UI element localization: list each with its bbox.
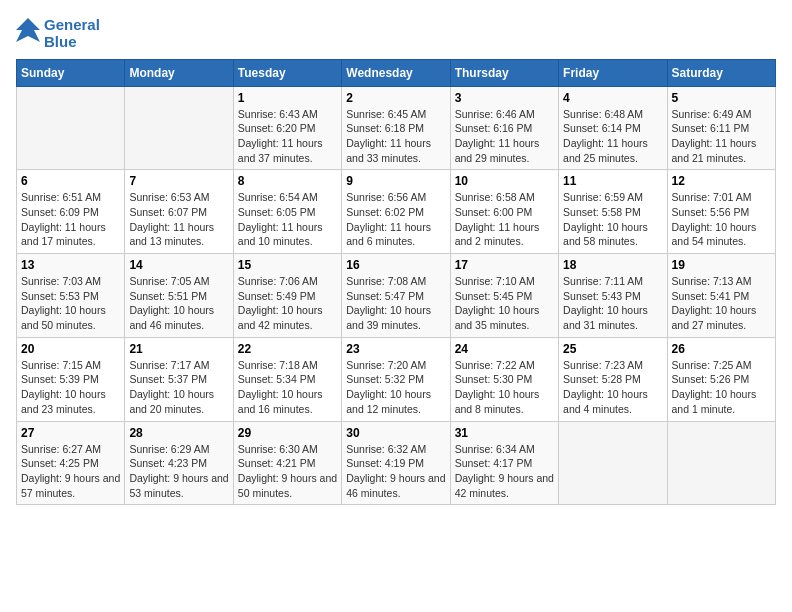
col-header-wednesday: Wednesday <box>342 59 450 86</box>
day-number: 14 <box>129 258 228 272</box>
calendar-table: SundayMondayTuesdayWednesdayThursdayFrid… <box>16 59 776 506</box>
calendar-cell: 7Sunrise: 6:53 AMSunset: 6:07 PMDaylight… <box>125 170 233 254</box>
calendar-week-1: 1Sunrise: 6:43 AMSunset: 6:20 PMDaylight… <box>17 86 776 170</box>
day-number: 10 <box>455 174 554 188</box>
calendar-cell: 5Sunrise: 6:49 AMSunset: 6:11 PMDaylight… <box>667 86 775 170</box>
logo-svg-container: General Blue <box>16 16 100 51</box>
calendar-cell: 4Sunrise: 6:48 AMSunset: 6:14 PMDaylight… <box>559 86 667 170</box>
day-info: Sunrise: 6:56 AMSunset: 6:02 PMDaylight:… <box>346 190 445 249</box>
col-header-friday: Friday <box>559 59 667 86</box>
calendar-cell: 26Sunrise: 7:25 AMSunset: 5:26 PMDayligh… <box>667 337 775 421</box>
day-info: Sunrise: 7:05 AMSunset: 5:51 PMDaylight:… <box>129 274 228 333</box>
day-number: 31 <box>455 426 554 440</box>
calendar-cell: 18Sunrise: 7:11 AMSunset: 5:43 PMDayligh… <box>559 254 667 338</box>
col-header-saturday: Saturday <box>667 59 775 86</box>
day-number: 29 <box>238 426 337 440</box>
calendar-week-2: 6Sunrise: 6:51 AMSunset: 6:09 PMDaylight… <box>17 170 776 254</box>
calendar-cell: 2Sunrise: 6:45 AMSunset: 6:18 PMDaylight… <box>342 86 450 170</box>
calendar-cell: 22Sunrise: 7:18 AMSunset: 5:34 PMDayligh… <box>233 337 341 421</box>
day-info: Sunrise: 7:15 AMSunset: 5:39 PMDaylight:… <box>21 358 120 417</box>
col-header-sunday: Sunday <box>17 59 125 86</box>
calendar-cell <box>667 421 775 505</box>
day-number: 16 <box>346 258 445 272</box>
day-info: Sunrise: 6:29 AMSunset: 4:23 PMDaylight:… <box>129 442 228 501</box>
calendar-cell <box>125 86 233 170</box>
calendar-header-row: SundayMondayTuesdayWednesdayThursdayFrid… <box>17 59 776 86</box>
day-info: Sunrise: 6:45 AMSunset: 6:18 PMDaylight:… <box>346 107 445 166</box>
day-number: 22 <box>238 342 337 356</box>
day-number: 15 <box>238 258 337 272</box>
calendar-week-4: 20Sunrise: 7:15 AMSunset: 5:39 PMDayligh… <box>17 337 776 421</box>
calendar-week-3: 13Sunrise: 7:03 AMSunset: 5:53 PMDayligh… <box>17 254 776 338</box>
day-number: 19 <box>672 258 771 272</box>
day-number: 1 <box>238 91 337 105</box>
day-info: Sunrise: 7:01 AMSunset: 5:56 PMDaylight:… <box>672 190 771 249</box>
calendar-cell: 10Sunrise: 6:58 AMSunset: 6:00 PMDayligh… <box>450 170 558 254</box>
logo: General Blue <box>16 16 100 51</box>
day-info: Sunrise: 6:54 AMSunset: 6:05 PMDaylight:… <box>238 190 337 249</box>
day-number: 7 <box>129 174 228 188</box>
day-info: Sunrise: 7:25 AMSunset: 5:26 PMDaylight:… <box>672 358 771 417</box>
logo-text: General Blue <box>44 16 100 51</box>
calendar-cell: 9Sunrise: 6:56 AMSunset: 6:02 PMDaylight… <box>342 170 450 254</box>
day-info: Sunrise: 6:46 AMSunset: 6:16 PMDaylight:… <box>455 107 554 166</box>
day-number: 17 <box>455 258 554 272</box>
day-info: Sunrise: 6:43 AMSunset: 6:20 PMDaylight:… <box>238 107 337 166</box>
calendar-cell: 20Sunrise: 7:15 AMSunset: 5:39 PMDayligh… <box>17 337 125 421</box>
day-number: 24 <box>455 342 554 356</box>
day-info: Sunrise: 7:13 AMSunset: 5:41 PMDaylight:… <box>672 274 771 333</box>
calendar-cell: 24Sunrise: 7:22 AMSunset: 5:30 PMDayligh… <box>450 337 558 421</box>
logo-bird-icon <box>16 18 40 48</box>
col-header-monday: Monday <box>125 59 233 86</box>
day-info: Sunrise: 7:18 AMSunset: 5:34 PMDaylight:… <box>238 358 337 417</box>
day-info: Sunrise: 7:20 AMSunset: 5:32 PMDaylight:… <box>346 358 445 417</box>
day-number: 13 <box>21 258 120 272</box>
calendar-cell: 8Sunrise: 6:54 AMSunset: 6:05 PMDaylight… <box>233 170 341 254</box>
calendar-cell: 23Sunrise: 7:20 AMSunset: 5:32 PMDayligh… <box>342 337 450 421</box>
day-number: 3 <box>455 91 554 105</box>
logo-blue: Blue <box>44 33 100 50</box>
day-info: Sunrise: 6:34 AMSunset: 4:17 PMDaylight:… <box>455 442 554 501</box>
day-info: Sunrise: 7:10 AMSunset: 5:45 PMDaylight:… <box>455 274 554 333</box>
day-info: Sunrise: 6:49 AMSunset: 6:11 PMDaylight:… <box>672 107 771 166</box>
day-info: Sunrise: 7:08 AMSunset: 5:47 PMDaylight:… <box>346 274 445 333</box>
day-number: 28 <box>129 426 228 440</box>
calendar-cell: 31Sunrise: 6:34 AMSunset: 4:17 PMDayligh… <box>450 421 558 505</box>
calendar-cell: 30Sunrise: 6:32 AMSunset: 4:19 PMDayligh… <box>342 421 450 505</box>
day-number: 20 <box>21 342 120 356</box>
day-info: Sunrise: 6:59 AMSunset: 5:58 PMDaylight:… <box>563 190 662 249</box>
day-info: Sunrise: 7:03 AMSunset: 5:53 PMDaylight:… <box>21 274 120 333</box>
day-number: 6 <box>21 174 120 188</box>
calendar-cell <box>559 421 667 505</box>
day-number: 18 <box>563 258 662 272</box>
calendar-cell: 25Sunrise: 7:23 AMSunset: 5:28 PMDayligh… <box>559 337 667 421</box>
day-info: Sunrise: 6:27 AMSunset: 4:25 PMDaylight:… <box>21 442 120 501</box>
calendar-week-5: 27Sunrise: 6:27 AMSunset: 4:25 PMDayligh… <box>17 421 776 505</box>
day-number: 4 <box>563 91 662 105</box>
day-number: 9 <box>346 174 445 188</box>
day-number: 11 <box>563 174 662 188</box>
day-number: 12 <box>672 174 771 188</box>
day-info: Sunrise: 6:32 AMSunset: 4:19 PMDaylight:… <box>346 442 445 501</box>
day-info: Sunrise: 6:48 AMSunset: 6:14 PMDaylight:… <box>563 107 662 166</box>
header: General Blue <box>16 16 776 51</box>
calendar-cell: 17Sunrise: 7:10 AMSunset: 5:45 PMDayligh… <box>450 254 558 338</box>
calendar-cell: 12Sunrise: 7:01 AMSunset: 5:56 PMDayligh… <box>667 170 775 254</box>
logo-general: General <box>44 16 100 33</box>
day-number: 2 <box>346 91 445 105</box>
day-number: 8 <box>238 174 337 188</box>
day-number: 27 <box>21 426 120 440</box>
day-info: Sunrise: 7:17 AMSunset: 5:37 PMDaylight:… <box>129 358 228 417</box>
calendar-cell: 29Sunrise: 6:30 AMSunset: 4:21 PMDayligh… <box>233 421 341 505</box>
day-info: Sunrise: 7:06 AMSunset: 5:49 PMDaylight:… <box>238 274 337 333</box>
day-info: Sunrise: 6:51 AMSunset: 6:09 PMDaylight:… <box>21 190 120 249</box>
calendar-cell: 6Sunrise: 6:51 AMSunset: 6:09 PMDaylight… <box>17 170 125 254</box>
day-info: Sunrise: 7:22 AMSunset: 5:30 PMDaylight:… <box>455 358 554 417</box>
svg-marker-0 <box>16 18 40 42</box>
day-number: 5 <box>672 91 771 105</box>
calendar-cell: 3Sunrise: 6:46 AMSunset: 6:16 PMDaylight… <box>450 86 558 170</box>
col-header-thursday: Thursday <box>450 59 558 86</box>
calendar-cell: 16Sunrise: 7:08 AMSunset: 5:47 PMDayligh… <box>342 254 450 338</box>
day-number: 30 <box>346 426 445 440</box>
day-info: Sunrise: 6:53 AMSunset: 6:07 PMDaylight:… <box>129 190 228 249</box>
